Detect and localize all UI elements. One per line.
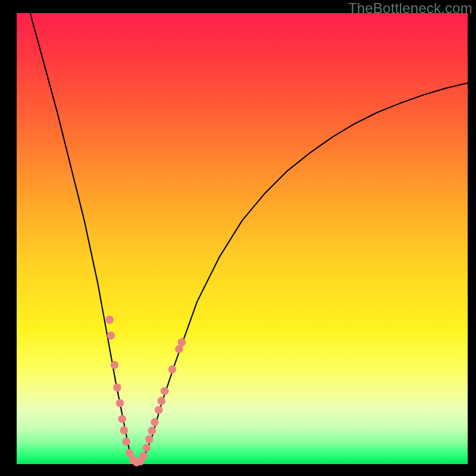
sample-dot	[111, 361, 119, 369]
sample-dot	[178, 339, 186, 347]
sample-dot	[113, 383, 121, 392]
sample-dot	[158, 397, 166, 405]
sample-dot	[145, 435, 154, 443]
sample-dot	[168, 365, 177, 374]
sample-dot	[139, 452, 148, 461]
bottleneck-curve	[30, 13, 468, 464]
watermark-text: TheBottleneck.com	[348, 0, 472, 17]
sample-dot	[116, 399, 124, 408]
chart-frame: TheBottleneck.com	[0, 0, 476, 476]
sample-dot	[151, 418, 159, 427]
chart-svg	[17, 13, 468, 464]
sample-dot	[142, 444, 151, 452]
sample-dot	[107, 331, 115, 340]
plot-area	[17, 13, 468, 464]
sample-dot	[105, 316, 114, 324]
sample-dot	[122, 437, 130, 446]
sample-dot	[155, 406, 163, 414]
sample-dot	[120, 426, 129, 434]
sample-dot	[148, 427, 156, 435]
sample-dot	[161, 387, 169, 395]
sample-dot	[118, 415, 127, 423]
